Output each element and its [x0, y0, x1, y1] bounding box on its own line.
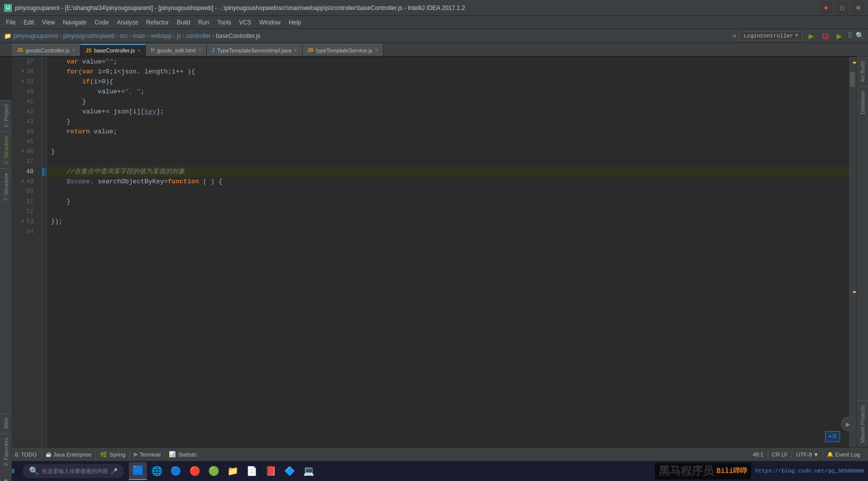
breadcrumb-item-1[interactable]: pinyougouparent	[13, 32, 58, 39]
coverage-button[interactable]: ▶	[834, 30, 845, 41]
status-terminal[interactable]: ▶ Terminal	[130, 448, 165, 461]
taskbar-search-icon: 🔍	[29, 466, 39, 476]
panel-web[interactable]: Web	[0, 413, 11, 433]
menu-view[interactable]: View	[38, 18, 59, 27]
line-num-47: 47	[12, 157, 37, 167]
panel-project[interactable]: 1: Project	[0, 100, 11, 131]
menu-navigate[interactable]: Navigate	[59, 18, 90, 27]
menu-edit[interactable]: Edit	[19, 18, 38, 27]
tab-goodscontroller[interactable]: JS goodsController.js ×	[12, 44, 80, 56]
gutter-row-53	[42, 217, 46, 227]
tab-close-2[interactable]: ×	[137, 48, 140, 53]
run-button[interactable]: ▶	[806, 30, 817, 41]
gutter-row-48	[42, 167, 46, 177]
tab-js-icon-5: JS	[308, 47, 314, 53]
menu-help[interactable]: Help	[285, 18, 305, 27]
panel-art-build[interactable]: Art Build	[857, 57, 868, 86]
watermark-text-1: 黑马程序员	[659, 464, 714, 479]
code-line-38: for(var i=0;i<json. length;i++ ){	[47, 67, 849, 77]
settings-button[interactable]: ⚙	[852, 2, 864, 14]
tab-basecontroller[interactable]: JS baseController.js ×	[80, 44, 146, 56]
tab-close-1[interactable]: ×	[72, 47, 75, 53]
status-java-enterprise[interactable]: ☕ Java Enterprise	[41, 448, 95, 461]
panel-database[interactable]: Database	[857, 86, 868, 118]
debug-button[interactable]: 🐞	[820, 30, 831, 41]
breadcrumb-item-4[interactable]: main	[133, 32, 146, 39]
taskbar-app-files[interactable]: 🌐	[148, 462, 166, 480]
menu-build[interactable]: Build	[173, 18, 194, 27]
status-line-ending[interactable]: CR LF	[768, 448, 792, 461]
status-statistic[interactable]: 📊 Statistic	[165, 448, 201, 461]
status-event-log[interactable]: 🔔 Event Log	[823, 448, 864, 461]
line-num-42: 42	[12, 107, 37, 117]
app-icon: IJ	[4, 4, 12, 12]
breadcrumb-item-7[interactable]: controller	[186, 32, 211, 39]
taskbar-app-chrome[interactable]: 🔵	[167, 462, 185, 480]
taskbar-url: https://blog.csdn.net/qq_38500000	[755, 468, 864, 474]
record-button[interactable]: ⏺	[820, 2, 832, 14]
intellij-app-icon: 🟦	[132, 465, 143, 476]
status-encoding-text: UTF-8 ▼	[796, 452, 819, 458]
line-num-52: 52	[12, 207, 37, 217]
code-line-47	[47, 157, 849, 167]
taskbar-app-folder[interactable]: 📁	[224, 462, 242, 480]
document-app-icon: 📄	[246, 466, 257, 477]
status-position[interactable]: 48:1	[749, 448, 767, 461]
search-icon[interactable]: 🔍	[856, 31, 864, 40]
menu-code[interactable]: Code	[90, 18, 113, 27]
gutter-row-44	[42, 127, 46, 137]
menu-file[interactable]: File	[2, 18, 19, 27]
blue-square-button[interactable]: ▪ ⠿	[825, 431, 840, 442]
breadcrumb-item-2[interactable]: pinyougoushopweb	[63, 32, 114, 39]
panel-favorites[interactable]: 2: Favorites	[0, 433, 11, 470]
panel-structure2[interactable]: 7: Structure	[0, 168, 11, 205]
taskbar-app-terminal[interactable]: 💻	[300, 462, 318, 480]
terminal-icon: ▶	[134, 451, 138, 458]
run-config-selector[interactable]: LoginController ▼	[739, 31, 803, 40]
breadcrumb-item-6[interactable]: js	[177, 32, 181, 39]
code-line-54	[47, 227, 849, 237]
status-encoding[interactable]: UTF-8 ▼	[792, 448, 823, 461]
tab-goodsedit[interactable]: H goods_edit.html ×	[146, 44, 207, 56]
gutter-row-37	[42, 57, 46, 67]
taskbar-app-intellij[interactable]: 🟦	[129, 462, 147, 480]
warning-indicator-2	[853, 291, 856, 293]
menu-analyze[interactable]: Analyze	[113, 18, 142, 27]
bookmark-icon-container: ★	[0, 470, 11, 481]
scrollbar-area[interactable]	[849, 57, 856, 447]
tab-java-icon: J	[212, 47, 215, 53]
taskbar-search-text: 在这里输入你要搜索的内容	[42, 468, 108, 475]
more-icon[interactable]: ⠿	[848, 31, 853, 40]
tab-typetemplate-impl[interactable]: J TypeTemplateServiceImpl.java ×	[207, 44, 303, 56]
code-line-46: }	[47, 147, 849, 157]
menu-refactor[interactable]: Refactor	[142, 18, 173, 27]
breadcrumb-item-5[interactable]: webapp	[151, 32, 172, 39]
menu-tools[interactable]: Tools	[213, 18, 235, 27]
taskbar-search[interactable]: 🔍 在这里输入你要搜索的内容 🎤	[23, 464, 124, 478]
code-line-40: value+=", ";	[47, 87, 849, 97]
taskbar-app-green[interactable]: 🟢	[205, 462, 223, 480]
gutter-row-45	[42, 137, 46, 147]
menu-run[interactable]: Run	[194, 18, 213, 27]
taskbar-app-fire[interactable]: 🔴	[186, 462, 204, 480]
tab-label-1: goodsController.js	[25, 47, 69, 53]
breadcrumb-item-3[interactable]: src	[120, 32, 128, 39]
scrollbar-thumb[interactable]	[850, 72, 855, 87]
tab-typetemplateservice[interactable]: JS typeTemplateService.js ×	[303, 44, 384, 56]
taskbar-app-arrow[interactable]: 🔷	[281, 462, 299, 480]
expand-button[interactable]: ▶	[841, 417, 855, 431]
menu-vcs[interactable]: VCS	[235, 18, 256, 27]
taskbar-app-pdf[interactable]: 📕	[262, 462, 280, 480]
statistic-icon: 📊	[169, 451, 176, 458]
panel-structure[interactable]: 2: Structure	[0, 131, 11, 168]
taskbar-app-document[interactable]: 📄	[243, 462, 261, 480]
status-todo-label: 6: TODO	[15, 452, 37, 458]
tab-close-5[interactable]: ×	[375, 47, 378, 53]
status-spring[interactable]: 🌿 Spring	[96, 448, 129, 461]
menu-window[interactable]: Window	[255, 18, 285, 27]
panel-maven-projects[interactable]: Maven Projects	[857, 401, 868, 447]
mini-window-button[interactable]: ▢	[836, 2, 848, 14]
code-editor[interactable]: var value=""; for(var i=0;i<json. length…	[47, 57, 849, 447]
tab-close-3[interactable]: ×	[198, 47, 201, 53]
tab-close-4[interactable]: ×	[294, 47, 297, 53]
